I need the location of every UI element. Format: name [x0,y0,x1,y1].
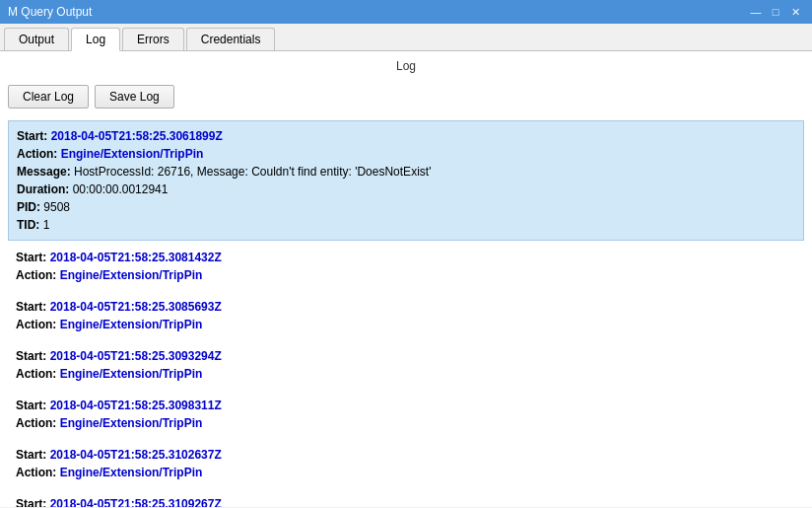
log-field-value: 2018-04-05T21:58:25.3109267Z [50,497,222,507]
minimize-button[interactable]: — [747,4,765,20]
title-bar-title: M Query Output [8,5,92,19]
log-field-label: Action: [16,367,60,381]
log-field-label: Start: [16,399,50,412]
tab-log[interactable]: Log [71,28,120,51]
maximize-button[interactable]: □ [767,4,784,20]
log-field-label: PID: [17,200,43,214]
log-field-value: HostProcessId: 26716, Message: Couldn't … [74,165,431,179]
toolbar: Clear Log Save Log [0,81,812,116]
log-field-label: Action: [16,416,60,430]
log-entry[interactable]: Start: 2018-04-05T21:58:25.3085693ZActio… [8,292,804,339]
log-field-value: 2018-04-05T21:58:25.3102637Z [50,448,222,462]
log-field-value: Engine/Extension/TripPin [60,367,203,381]
log-field-value: Engine/Extension/TripPin [60,268,203,282]
log-field-label: Message: [17,165,74,179]
log-field-value: Engine/Extension/TripPin [60,318,203,331]
log-field-value: 2018-04-05T21:58:25.3098311Z [50,399,222,412]
log-entry[interactable]: Start: 2018-04-05T21:58:25.3061899ZActio… [8,120,804,241]
log-field-value: 2018-04-05T21:58:25.3081432Z [50,251,222,264]
log-field-label: Action: [17,147,61,161]
log-field-label: TID: [17,218,43,232]
log-entry[interactable]: Start: 2018-04-05T21:58:25.3093294ZActio… [8,341,804,389]
log-field-value: 2018-04-05T21:58:25.3093294Z [50,349,222,363]
log-field-value: 00:00:00.0012941 [73,182,169,196]
log-entry[interactable]: Start: 2018-04-05T21:58:25.3102637ZActio… [8,440,804,487]
title-bar: M Query Output — □ ✕ [0,0,812,24]
tab-output[interactable]: Output [4,28,69,50]
tab-errors[interactable]: Errors [122,28,184,50]
log-field-label: Start: [16,349,50,363]
log-field-label: Action: [16,466,60,479]
log-field-label: Start: [16,251,50,264]
log-field-label: Start: [16,448,50,462]
log-field-value: Engine/Extension/TripPin [61,147,204,161]
log-field-value: Engine/Extension/TripPin [60,416,203,430]
log-field-value: 9508 [43,200,70,214]
tab-bar: OutputLogErrorsCredentials [0,24,812,51]
save-log-button[interactable]: Save Log [95,85,174,109]
tab-credentials[interactable]: Credentials [186,28,276,50]
log-field-label: Start: [17,129,51,143]
log-field-value: Engine/Extension/TripPin [60,466,203,479]
log-field-label: Start: [16,497,50,507]
content-area: Log Clear Log Save Log Start: 2018-04-05… [0,51,812,507]
log-container[interactable]: Start: 2018-04-05T21:58:25.3061899ZActio… [0,116,812,507]
clear-log-button[interactable]: Clear Log [8,85,89,109]
log-field-label: Action: [16,268,60,282]
log-field-value: 2018-04-05T21:58:25.3061899Z [51,129,223,143]
close-button[interactable]: ✕ [786,4,804,20]
log-field-label: Action: [16,318,60,331]
log-entry[interactable]: Start: 2018-04-05T21:58:25.3098311ZActio… [8,391,804,438]
log-field-value: 2018-04-05T21:58:25.3085693Z [50,300,222,314]
log-field-label: Duration: [17,182,73,196]
log-entry[interactable]: Start: 2018-04-05T21:58:25.3109267Z [8,489,804,507]
log-entry[interactable]: Start: 2018-04-05T21:58:25.3081432ZActio… [8,243,804,290]
log-title: Log [0,51,812,81]
log-field-value: 1 [43,218,50,232]
log-field-label: Start: [16,300,50,314]
title-bar-controls: — □ ✕ [747,4,804,20]
